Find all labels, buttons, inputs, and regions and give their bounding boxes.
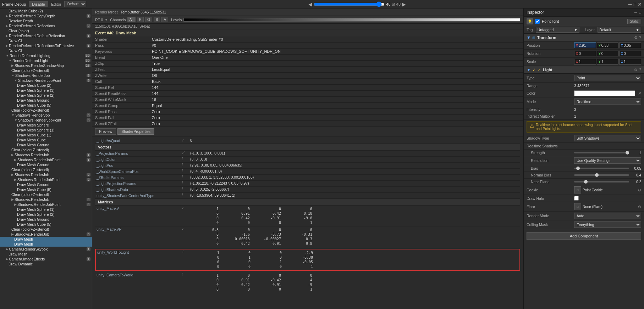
tree-item-draw-mesh-a[interactable]: Draw Mesh <box>0 237 92 242</box>
tree-item-draw-mesh-cube-c[interactable]: Draw Mesh Cube <box>0 137 92 142</box>
close-button[interactable]: ✕ <box>638 1 642 7</box>
normal-bias-thumb[interactable] <box>595 173 599 177</box>
tree-item-shadows-job-1[interactable]: ▼ Shadows.RenderJob 5 <box>0 73 92 78</box>
tag-dropdown[interactable]: Untagged ▼ <box>536 27 579 33</box>
tree-item-draw-mesh-cube-5b[interactable]: Draw Mesh Cube (5) <box>0 187 92 192</box>
channel-b-btn[interactable]: B <box>154 17 160 22</box>
channel-a-btn[interactable]: A <box>161 17 168 22</box>
tree-item-shadow-map[interactable]: ▶ Shadows.RenderShadowMap 28 <box>0 63 92 68</box>
tree-item-draw-mesh-sphere-3[interactable]: Draw Mesh Sphere (3) <box>0 88 92 93</box>
inspector-maximize-btn[interactable]: □ <box>639 11 641 15</box>
tree-item-shadows-job-6[interactable]: ▶ Shadows.RenderJob 5 <box>0 232 92 237</box>
editor-dropdown[interactable]: Default <box>64 1 86 7</box>
mode-select[interactable]: Realtime <box>574 99 641 105</box>
tree-item-render-light[interactable]: ▼ RenderDeferred.Light 30 <box>0 58 92 63</box>
pos-y-field[interactable]: Y 0.38 <box>597 43 619 48</box>
strength-thumb[interactable] <box>626 151 629 154</box>
maximize-button[interactable]: □ <box>633 1 636 7</box>
tree-item-shadows-job-point-2[interactable]: ▼ Shadows.RenderJobPoint 5 <box>0 118 92 123</box>
object-active-checkbox[interactable] <box>535 19 540 24</box>
tree-item-draw-mesh-b[interactable]: Draw Mesh <box>0 242 92 247</box>
event-slider[interactable] <box>314 1 385 7</box>
tree-item-shadows-job-point-1[interactable]: ▼ Shadows.RenderJobPoint 5 <box>0 78 92 83</box>
tree-item-draw-gl-2[interactable]: Draw GL <box>0 48 92 53</box>
transform-section-header[interactable]: ▼ ⊞ Transform ⚙ ? <box>524 34 644 41</box>
inspector-minimize-btn[interactable]: ─ <box>634 11 637 15</box>
pos-x-field[interactable]: X 2.91 <box>574 43 596 48</box>
tree-item-draw-gl-1[interactable]: Draw GL <box>0 38 92 43</box>
render-mode-select[interactable]: Auto <box>574 213 641 219</box>
tree-item-shadows-job-2[interactable]: ▼ Shadows.RenderJob 5 <box>0 113 92 118</box>
tree-item-draw-mesh-ground-4[interactable]: Draw Mesh Ground <box>0 182 92 187</box>
tree-item-draw-mesh-sphere-1[interactable]: Draw Mesh Sphere (1) <box>0 128 92 133</box>
channel-r-btn[interactable]: R <box>137 17 144 22</box>
tree-item-lighting[interactable]: ▼ RenderDeferred.Lighting 30 <box>0 53 92 58</box>
scale-z-field[interactable]: Z 1 <box>619 59 641 64</box>
tree-item-shadows-job-point-4[interactable]: ▶ Shadows.RenderJobPoint 2 <box>0 177 92 182</box>
tree-item-draw-mesh-ground-2[interactable]: Draw Mesh Ground <box>0 142 92 147</box>
scale-y-field[interactable]: Y 1 <box>597 59 619 64</box>
tree-item-shadows-job-4[interactable]: ▶ Shadows.RenderJob 2 <box>0 172 92 177</box>
disable-button[interactable]: Disable <box>29 1 48 7</box>
tree-item-shadows-job-point-5[interactable]: ▶ Shadows.RenderJobPoint 4 <box>0 202 92 207</box>
shader-properties-tab[interactable]: ShaderProperties <box>117 128 154 135</box>
type-select[interactable]: Point <box>574 75 641 81</box>
gear-icon[interactable]: ⚙ <box>634 68 638 72</box>
color-swatch[interactable] <box>574 90 635 96</box>
tree-item-copy-depth[interactable]: ▶ RenderDeferred.CopyDepth 1 <box>0 13 92 18</box>
info-icon[interactable]: ? <box>639 35 641 40</box>
prev-event-button[interactable]: ◀ <box>308 1 312 7</box>
rot-y-field[interactable]: Y 0 <box>597 51 619 56</box>
pos-z-field[interactable]: Z 0.05 <box>619 43 641 48</box>
tree-item-draw-mesh-cube-1[interactable]: Draw Mesh Cube (1) <box>0 133 92 137</box>
tree-item-draw-mesh-sphere-2b[interactable]: Draw Mesh Sphere (2) <box>0 212 92 217</box>
tree-item-reflections-emissive[interactable]: ▶ RenderDeferred.ReflectionsToEmissive 1 <box>0 43 92 48</box>
tree-item-draw-mesh-sphere-b[interactable]: Draw Mesh Sphere <box>0 123 92 128</box>
tree-item-draw-mesh-cube-5a[interactable]: Draw Mesh Cube (5) <box>0 103 92 108</box>
light-section-header[interactable]: ▼ ✓ ✓ Light ⚙ ? <box>524 66 644 74</box>
info-icon[interactable]: ? <box>639 68 641 72</box>
channel-g-btn[interactable]: G <box>145 17 152 22</box>
tree-item-draw-mesh-cube-2b[interactable]: Draw Mesh Cube (2) <box>0 83 92 88</box>
cookie-select-icon[interactable]: ⊙ <box>638 188 641 192</box>
tree-item-clear-stencil-6[interactable]: Clear (color+Z+stencil) <box>0 227 92 232</box>
next-event-button[interactable]: ▶ <box>402 1 406 7</box>
tree-item-draw-mesh-cube-5c[interactable]: Draw Mesh Cube (5) <box>0 222 92 227</box>
minimize-button[interactable]: ─ <box>628 1 632 7</box>
flare-select-icon[interactable]: ⊙ <box>638 204 641 209</box>
tree-item-clear-stencil-4[interactable]: Clear (color+Z+stencil) <box>0 167 92 172</box>
tree-item-draw-mesh-ground-3[interactable]: Draw Mesh Ground <box>0 162 92 167</box>
tree-item-draw-mesh-sphere-1b[interactable]: Draw Mesh Sphere (1) <box>0 207 92 212</box>
tree-item-clear-stencil-1[interactable]: Clear (color+Z+stencil) <box>0 68 92 73</box>
tree-item-clear-stencil-2[interactable]: Clear (color+Z+stencil) <box>0 108 92 113</box>
shadow-type-select[interactable]: Soft Shadows <box>574 135 641 141</box>
tree-item-default-reflection[interactable]: ▶ RenderDeferred.DefaultReflection 1 <box>0 33 92 38</box>
color-pick-icon[interactable]: ↗ <box>638 91 641 96</box>
tree-item-draw-mesh-cube-2[interactable]: Draw Mesh Cube (2) <box>0 9 92 13</box>
rot-z-field[interactable]: Z 0 <box>619 51 641 56</box>
tree-item-clear-stencil-5[interactable]: Clear (color+Z+stencil) <box>0 192 92 197</box>
tree-item-render-skybox[interactable]: ▶ Camera.RenderSkybox 1 <box>0 247 92 252</box>
draw-halo-checkbox[interactable] <box>574 196 579 201</box>
tree-item-shadows-job-3[interactable]: ▶ Shadows.RenderJob 1 <box>0 152 92 157</box>
resolution-select[interactable]: Use Quality Settings <box>574 157 641 164</box>
rot-x-field[interactable]: X 0 <box>574 51 596 56</box>
flare-thumbnail[interactable]: □ <box>574 203 581 210</box>
add-component-button[interactable]: Add Component <box>527 232 641 240</box>
channel-all-btn[interactable]: All <box>127 17 136 22</box>
gear-icon[interactable]: ⚙ <box>634 35 638 40</box>
tree-item-draw-dynamic[interactable]: Draw Dynamic <box>0 262 92 266</box>
tree-item-clear-stencil-3[interactable]: Clear (color+Z+stencil) <box>0 147 92 152</box>
layer-dropdown[interactable]: Default ▼ <box>598 27 641 33</box>
tree-item-draw-mesh-sky[interactable]: Draw Mesh <box>0 252 92 257</box>
tree-item-image-effects[interactable]: ▶ Camera.ImageEffects 1 <box>0 257 92 262</box>
cookie-thumbnail[interactable]: □ <box>574 186 581 193</box>
tree-item-draw-mesh-ground-5[interactable]: Draw Mesh Ground <box>0 217 92 222</box>
tree-item-clear-color[interactable]: Clear (color) <box>0 28 92 33</box>
culling-mask-select[interactable]: Everything <box>574 221 641 228</box>
preview-tab[interactable]: Preview <box>95 128 116 135</box>
scale-x-field[interactable]: X 1 <box>574 59 596 64</box>
tree-item-shadows-job-point-3[interactable]: ▶ Shadows.RenderJobPoint 1 <box>0 157 92 162</box>
tree-item-resolve-depth[interactable]: Resolve Depth <box>0 18 92 23</box>
bias-thumb[interactable] <box>576 167 580 170</box>
